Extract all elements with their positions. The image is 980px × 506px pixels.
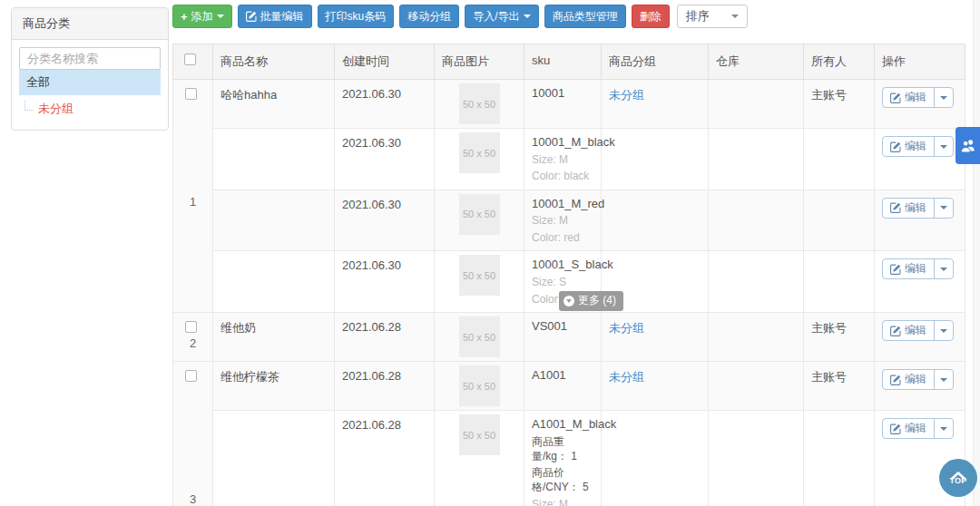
cell-created-time: 2021.06.30 [335, 190, 435, 251]
column-header-image: 商品图片 [435, 44, 524, 80]
sku-code: A1001 [532, 367, 593, 384]
cell-sku: VS001 [524, 313, 602, 362]
caret-down-icon [940, 268, 947, 271]
sku-variant-attribute: Color: black [532, 170, 593, 184]
cell-product-image: 50 x 50 [435, 411, 524, 506]
cell-product-name [213, 190, 335, 251]
caret-down-icon [217, 15, 224, 18]
cell-created-time: 2021.06.28 [335, 313, 435, 362]
column-header-created: 创建时间 [335, 44, 435, 80]
sku-variant-attribute: Size: S [532, 276, 593, 290]
edit-dropdown-toggle[interactable] [935, 88, 953, 107]
edit-button-main[interactable]: 编辑 [883, 259, 935, 278]
edit-dropdown-toggle[interactable] [935, 321, 953, 340]
caret-down-icon [940, 206, 947, 209]
sort-dropdown[interactable]: 排序 [677, 5, 748, 28]
cell-product-group [602, 411, 709, 506]
row-checkbox[interactable] [185, 321, 197, 333]
edit-pencil-icon [890, 264, 901, 275]
cell-actions: 编辑 [875, 251, 965, 313]
cell-sku: 10001 [524, 80, 602, 129]
cell-product-name [213, 411, 335, 506]
product-type-manage-button[interactable]: 商品类型管理 [544, 5, 626, 28]
scrollbar-track[interactable] [973, 0, 980, 506]
edit-dropdown-toggle[interactable] [935, 419, 953, 438]
edit-button-main[interactable]: 编辑 [883, 137, 935, 156]
edit-button-main[interactable]: 编辑 [883, 88, 935, 107]
edit-dropdown-toggle[interactable] [935, 137, 953, 156]
product-group-link[interactable]: 未分组 [609, 370, 644, 384]
edit-button-main[interactable]: 编辑 [883, 199, 935, 218]
cell-product-group [602, 190, 709, 251]
edit-button[interactable]: 编辑 [882, 198, 954, 219]
cell-actions: 编辑 [875, 362, 965, 411]
edit-button[interactable]: 编辑 [882, 136, 954, 157]
batch-edit-label: 批量编辑 [260, 9, 304, 24]
more-variants-badge[interactable]: 更多 (4) [559, 291, 623, 311]
category-item-all[interactable]: 全部 [19, 70, 161, 95]
cell-product-name: 哈哈hahha [213, 80, 335, 129]
product-type-manage-label: 商品类型管理 [553, 9, 618, 24]
select-all-checkbox[interactable] [184, 54, 196, 65]
move-group-button[interactable]: 移动分组 [399, 5, 459, 28]
column-header-warehouse: 仓库 [709, 44, 804, 80]
edit-pencil-icon [890, 202, 901, 213]
sku-code: 10001_M_red [532, 196, 593, 212]
edit-dropdown-toggle[interactable] [935, 259, 953, 278]
product-row: 1哈哈hahha2021.06.3050 x 5010001未分组主账号编辑 [173, 80, 965, 129]
row-index: 2 [173, 336, 212, 349]
product-row: 2维他奶2021.06.2850 x 50VS001未分组主账号编辑 [173, 313, 965, 362]
row-checkbox[interactable] [185, 88, 197, 100]
product-group: 3维他柠檬茶2021.06.2850 x 50A1001未分组主账号编辑2021… [173, 362, 965, 506]
edit-button-label: 编辑 [905, 372, 926, 387]
import-export-button[interactable]: 导入/导出 [465, 5, 538, 28]
users-icon [959, 137, 976, 154]
caret-down-icon [524, 15, 531, 18]
cell-warehouse [709, 411, 804, 506]
product-group-link[interactable]: 未分组 [609, 321, 644, 335]
edit-button[interactable]: 编辑 [882, 87, 954, 108]
image-placeholder: 50 x 50 [459, 132, 500, 173]
edit-button[interactable]: 编辑 [882, 369, 954, 390]
column-header-group: 商品分组 [602, 44, 709, 80]
back-to-top-button[interactable]: TOP [939, 459, 977, 497]
batch-edit-button[interactable]: 批量编辑 [238, 5, 312, 28]
sku-code: VS001 [532, 318, 593, 335]
product-group-link[interactable]: 未分组 [609, 88, 644, 102]
sku-code: 10001 [532, 85, 593, 102]
edit-button-main[interactable]: 编辑 [883, 370, 935, 389]
cell-owner [804, 129, 875, 190]
sort-dropdown-label: 排序 [686, 8, 710, 24]
cell-owner [804, 411, 875, 506]
move-group-label: 移动分组 [407, 9, 451, 24]
edit-pencil-icon [890, 92, 901, 103]
cell-product-image: 50 x 50 [435, 313, 524, 362]
edit-button[interactable]: 编辑 [882, 418, 954, 439]
delete-button[interactable]: 删除 [632, 5, 670, 28]
edit-button-main[interactable]: 编辑 [883, 321, 935, 340]
print-sku-barcode-button[interactable]: 打印sku条码 [318, 5, 395, 28]
cell-created-time: 2021.06.28 [335, 362, 435, 411]
product-row: 3维他柠檬茶2021.06.2850 x 50A1001未分组主账号编辑 [173, 362, 965, 411]
sku-variant-attribute: Color: red [532, 231, 593, 246]
image-placeholder: 50 x 50 [459, 414, 500, 455]
cell-owner [804, 251, 875, 313]
category-item-ungrouped[interactable]: 未分组 [19, 95, 161, 119]
cell-product-name [213, 129, 335, 190]
customer-service-button[interactable] [956, 127, 980, 164]
add-button[interactable]: + 添加 [172, 5, 232, 28]
edit-dropdown-toggle[interactable] [935, 370, 953, 389]
edit-button-main[interactable]: 编辑 [883, 419, 935, 438]
edit-button[interactable]: 编辑 [882, 258, 954, 279]
caret-down-icon [940, 378, 947, 382]
row-select-cell: 3 [173, 362, 213, 506]
image-placeholder: 50 x 50 [459, 255, 500, 296]
row-checkbox[interactable] [185, 370, 197, 382]
row-select-cell: 2 [173, 313, 213, 362]
main-content: + 添加 批量编辑 打印sku条码 移动分组 导入/导出 商品类型管理 删除 [172, 5, 965, 506]
cell-product-image: 50 x 50 [435, 80, 524, 129]
edit-dropdown-toggle[interactable] [935, 199, 953, 218]
category-search-input[interactable] [19, 47, 161, 70]
edit-button[interactable]: 编辑 [882, 320, 954, 341]
import-export-label: 导入/导出 [473, 9, 519, 24]
